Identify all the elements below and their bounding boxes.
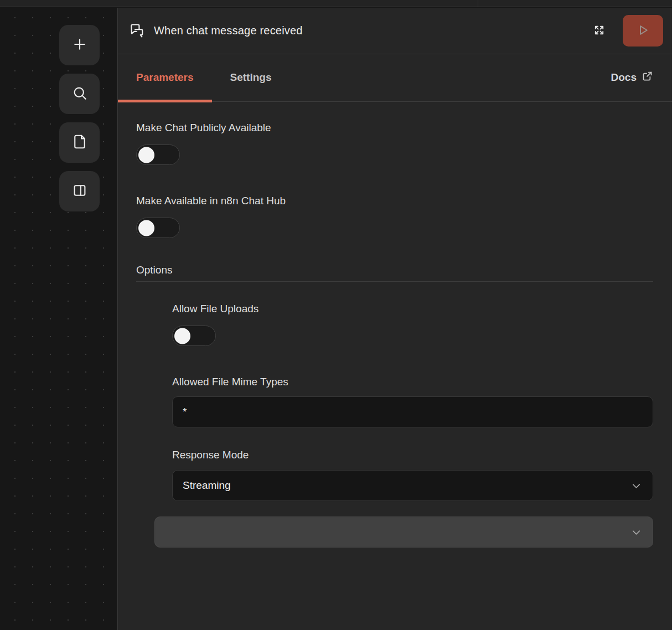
- external-link-icon: [642, 70, 653, 85]
- response-mode-label: Response Mode: [172, 448, 653, 462]
- plus-icon: [71, 36, 88, 54]
- toggle-knob: [174, 328, 190, 344]
- response-mode-value: Streaming: [183, 479, 231, 492]
- toggle-panel-button[interactable]: [59, 171, 100, 211]
- tab-parameters-label: Parameters: [136, 71, 194, 84]
- field-public-chat: Make Chat Publicly Available: [136, 121, 653, 165]
- panel-icon: [71, 182, 88, 200]
- chat-hub-label: Make Available in n8n Chat Hub: [136, 194, 653, 208]
- node-title: When chat message received: [154, 24, 303, 37]
- options-divider: [136, 281, 653, 282]
- search-button[interactable]: [59, 74, 100, 114]
- tab-parameters[interactable]: Parameters: [118, 54, 212, 101]
- options-section-heading: Options: [136, 263, 653, 277]
- add-option-select[interactable]: [154, 517, 653, 548]
- notes-button[interactable]: [59, 122, 100, 163]
- panel-scroll-track: [670, 8, 670, 630]
- options-group: Allow File Uploads Allowed File Mime Typ…: [172, 302, 653, 501]
- chat-icon: [128, 22, 146, 39]
- public-chat-label: Make Chat Publicly Available: [136, 121, 653, 135]
- field-response-mode: Response Mode Streaming: [172, 448, 653, 501]
- mime-types-label: Allowed File Mime Types: [172, 375, 653, 389]
- play-icon: [635, 23, 650, 39]
- tab-settings[interactable]: Settings: [212, 54, 290, 101]
- top-bar: [0, 0, 672, 7]
- toggle-knob: [138, 220, 154, 236]
- chevron-down-icon: [630, 526, 643, 539]
- response-mode-select[interactable]: Streaming: [172, 470, 653, 501]
- chevron-down-icon: [630, 479, 643, 492]
- search-icon: [71, 85, 88, 103]
- tab-settings-label: Settings: [230, 71, 272, 84]
- allow-file-uploads-label: Allow File Uploads: [172, 302, 653, 316]
- allow-file-uploads-toggle[interactable]: [172, 326, 216, 346]
- tab-bar: Parameters Settings Docs: [118, 54, 672, 102]
- docs-link[interactable]: Docs: [611, 54, 672, 101]
- workflow-canvas[interactable]: [0, 8, 117, 630]
- public-chat-toggle[interactable]: [136, 144, 180, 165]
- field-allow-file-uploads: Allow File Uploads: [172, 302, 653, 346]
- toggle-knob: [138, 147, 154, 163]
- run-node-button[interactable]: [623, 15, 663, 47]
- field-chat-hub: Make Available in n8n Chat Hub: [136, 194, 653, 238]
- mime-types-input[interactable]: [172, 396, 653, 427]
- top-bar-divider: [478, 0, 478, 7]
- expand-icon: [593, 24, 606, 38]
- field-mime-types: Allowed File Mime Types: [172, 375, 653, 427]
- docs-link-label: Docs: [611, 71, 637, 84]
- file-icon: [71, 133, 88, 152]
- chat-hub-toggle[interactable]: [136, 218, 180, 238]
- expand-button[interactable]: [593, 24, 606, 38]
- add-node-button[interactable]: [59, 25, 100, 65]
- node-details-panel: When chat message received Parameters Se…: [117, 8, 672, 630]
- node-header: When chat message received: [118, 8, 672, 54]
- parameters-panel: Make Chat Publicly Available Make Availa…: [118, 102, 672, 548]
